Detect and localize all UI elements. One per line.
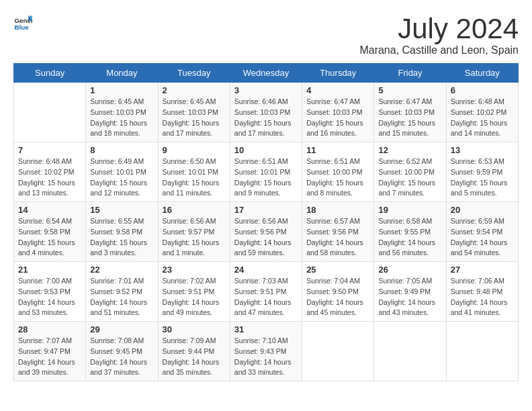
day-number: 14 xyxy=(18,205,81,215)
day-number: 21 xyxy=(18,265,81,275)
day-info: Sunrise: 6:45 AMSunset: 10:03 PMDaylight… xyxy=(163,97,226,139)
day-number: 2 xyxy=(163,85,226,95)
day-cell: 16Sunrise: 6:56 AMSunset: 9:57 PMDayligh… xyxy=(158,202,230,262)
day-number: 16 xyxy=(163,205,226,215)
weekday-header-sunday: Sunday xyxy=(14,64,86,83)
weekday-header-saturday: Saturday xyxy=(446,64,518,83)
day-cell: 20Sunrise: 6:59 AMSunset: 9:54 PMDayligh… xyxy=(446,202,518,262)
svg-text:Blue: Blue xyxy=(14,24,29,31)
day-info: Sunrise: 6:47 AMSunset: 10:03 PMDaylight… xyxy=(306,97,369,139)
day-info: Sunrise: 6:56 AMSunset: 9:56 PMDaylight:… xyxy=(234,216,298,259)
day-info: Sunrise: 6:57 AMSunset: 9:56 PMDaylight:… xyxy=(306,216,369,259)
day-number: 23 xyxy=(163,265,226,275)
day-cell xyxy=(446,322,518,381)
weekday-header-row: SundayMondayTuesdayWednesdayThursdayFrid… xyxy=(14,64,519,83)
week-row-4: 21Sunrise: 7:00 AMSunset: 9:53 PMDayligh… xyxy=(14,262,519,322)
day-number: 27 xyxy=(451,265,514,275)
day-cell: 23Sunrise: 7:02 AMSunset: 9:51 PMDayligh… xyxy=(158,262,230,322)
logo-icon: General Blue xyxy=(13,13,32,32)
day-cell: 29Sunrise: 7:08 AMSunset: 9:45 PMDayligh… xyxy=(86,322,158,381)
day-cell: 1Sunrise: 6:45 AMSunset: 10:03 PMDayligh… xyxy=(86,83,158,142)
day-info: Sunrise: 6:59 AMSunset: 9:54 PMDaylight:… xyxy=(451,216,514,259)
day-info: Sunrise: 7:08 AMSunset: 9:45 PMDaylight:… xyxy=(90,336,153,378)
day-number: 26 xyxy=(378,265,441,275)
day-cell xyxy=(374,322,446,381)
day-number: 3 xyxy=(234,85,298,95)
day-number: 24 xyxy=(234,265,298,275)
day-info: Sunrise: 6:51 AMSunset: 10:01 PMDaylight… xyxy=(234,156,298,199)
day-number: 18 xyxy=(306,205,369,215)
day-cell: 9Sunrise: 6:50 AMSunset: 10:01 PMDayligh… xyxy=(158,142,230,202)
day-number: 6 xyxy=(451,85,514,95)
main-title: July 2024 xyxy=(359,13,519,44)
day-info: Sunrise: 6:56 AMSunset: 9:57 PMDaylight:… xyxy=(163,216,226,259)
day-cell xyxy=(14,83,86,142)
day-info: Sunrise: 6:47 AMSunset: 10:03 PMDaylight… xyxy=(378,97,441,139)
day-cell: 13Sunrise: 6:53 AMSunset: 9:59 PMDayligh… xyxy=(446,142,518,202)
day-cell: 7Sunrise: 6:48 AMSunset: 10:02 PMDayligh… xyxy=(14,142,86,202)
weekday-header-friday: Friday xyxy=(374,64,446,83)
day-info: Sunrise: 6:49 AMSunset: 10:01 PMDaylight… xyxy=(90,156,153,199)
day-number: 20 xyxy=(451,205,514,215)
day-cell: 26Sunrise: 7:05 AMSunset: 9:49 PMDayligh… xyxy=(374,262,446,322)
weekday-header-wednesday: Wednesday xyxy=(230,64,302,83)
day-cell: 15Sunrise: 6:55 AMSunset: 9:58 PMDayligh… xyxy=(86,202,158,262)
day-number: 13 xyxy=(451,145,514,155)
day-cell: 22Sunrise: 7:01 AMSunset: 9:52 PMDayligh… xyxy=(86,262,158,322)
day-info: Sunrise: 6:45 AMSunset: 10:03 PMDaylight… xyxy=(90,97,153,139)
day-number: 9 xyxy=(163,145,226,155)
day-cell xyxy=(302,322,374,381)
day-info: Sunrise: 6:51 AMSunset: 10:00 PMDaylight… xyxy=(306,156,369,199)
day-number: 25 xyxy=(306,265,369,275)
header: General Blue July 2024 Marana, Castille … xyxy=(13,13,519,56)
day-cell: 12Sunrise: 6:52 AMSunset: 10:00 PMDaylig… xyxy=(374,142,446,202)
day-info: Sunrise: 7:06 AMSunset: 9:48 PMDaylight:… xyxy=(451,276,514,318)
title-section: July 2024 Marana, Castille and Leon, Spa… xyxy=(359,13,519,56)
day-cell: 27Sunrise: 7:06 AMSunset: 9:48 PMDayligh… xyxy=(446,262,518,322)
day-number: 10 xyxy=(234,145,298,155)
day-cell: 19Sunrise: 6:58 AMSunset: 9:55 PMDayligh… xyxy=(374,202,446,262)
day-cell: 25Sunrise: 7:04 AMSunset: 9:50 PMDayligh… xyxy=(302,262,374,322)
day-number: 31 xyxy=(234,324,298,334)
day-cell: 21Sunrise: 7:00 AMSunset: 9:53 PMDayligh… xyxy=(14,262,86,322)
day-cell: 31Sunrise: 7:10 AMSunset: 9:43 PMDayligh… xyxy=(230,322,302,381)
day-cell: 17Sunrise: 6:56 AMSunset: 9:56 PMDayligh… xyxy=(230,202,302,262)
day-info: Sunrise: 6:50 AMSunset: 10:01 PMDaylight… xyxy=(163,156,226,199)
day-number: 17 xyxy=(234,205,298,215)
day-number: 8 xyxy=(90,145,153,155)
day-cell: 10Sunrise: 6:51 AMSunset: 10:01 PMDaylig… xyxy=(230,142,302,202)
day-number: 22 xyxy=(90,265,153,275)
day-number: 1 xyxy=(90,85,153,95)
day-cell: 6Sunrise: 6:48 AMSunset: 10:02 PMDayligh… xyxy=(446,83,518,142)
day-info: Sunrise: 6:53 AMSunset: 9:59 PMDaylight:… xyxy=(451,156,514,199)
week-row-5: 28Sunrise: 7:07 AMSunset: 9:47 PMDayligh… xyxy=(14,322,519,381)
day-number: 29 xyxy=(90,324,153,334)
day-number: 12 xyxy=(378,145,441,155)
day-info: Sunrise: 7:01 AMSunset: 9:52 PMDaylight:… xyxy=(90,276,153,318)
day-cell: 2Sunrise: 6:45 AMSunset: 10:03 PMDayligh… xyxy=(158,83,230,142)
day-info: Sunrise: 7:00 AMSunset: 9:53 PMDaylight:… xyxy=(18,276,81,318)
week-row-3: 14Sunrise: 6:54 AMSunset: 9:58 PMDayligh… xyxy=(14,202,519,262)
day-info: Sunrise: 7:09 AMSunset: 9:44 PMDaylight:… xyxy=(163,336,226,378)
day-cell: 24Sunrise: 7:03 AMSunset: 9:51 PMDayligh… xyxy=(230,262,302,322)
day-info: Sunrise: 6:52 AMSunset: 10:00 PMDaylight… xyxy=(378,156,441,199)
day-number: 5 xyxy=(378,85,441,95)
subtitle: Marana, Castille and Leon, Spain xyxy=(359,44,519,56)
day-cell: 30Sunrise: 7:09 AMSunset: 9:44 PMDayligh… xyxy=(158,322,230,381)
day-info: Sunrise: 7:02 AMSunset: 9:51 PMDaylight:… xyxy=(163,276,226,318)
day-number: 28 xyxy=(18,324,81,334)
logo: General Blue xyxy=(13,13,32,32)
day-info: Sunrise: 6:48 AMSunset: 10:02 PMDaylight… xyxy=(18,156,81,199)
day-number: 11 xyxy=(306,145,369,155)
day-cell: 14Sunrise: 6:54 AMSunset: 9:58 PMDayligh… xyxy=(14,202,86,262)
day-number: 4 xyxy=(306,85,369,95)
weekday-header-monday: Monday xyxy=(86,64,158,83)
day-number: 30 xyxy=(163,324,226,334)
weekday-header-thursday: Thursday xyxy=(302,64,374,83)
day-cell: 5Sunrise: 6:47 AMSunset: 10:03 PMDayligh… xyxy=(374,83,446,142)
calendar-table: SundayMondayTuesdayWednesdayThursdayFrid… xyxy=(13,63,519,381)
weekday-header-tuesday: Tuesday xyxy=(158,64,230,83)
day-cell: 28Sunrise: 7:07 AMSunset: 9:47 PMDayligh… xyxy=(14,322,86,381)
day-info: Sunrise: 7:07 AMSunset: 9:47 PMDaylight:… xyxy=(18,336,81,378)
day-cell: 4Sunrise: 6:47 AMSunset: 10:03 PMDayligh… xyxy=(302,83,374,142)
